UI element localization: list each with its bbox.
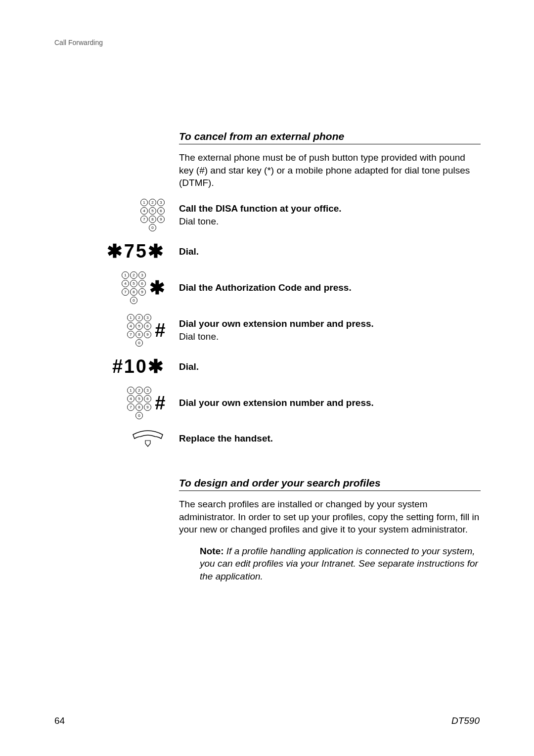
step-replace-handset: Replace the handset. [54,429,481,448]
dial-code: ✱75✱ [107,241,165,262]
step-bold: Dial. [179,245,481,258]
section-title-design-profiles: To design and order your search profiles [179,477,481,491]
hash-icon: # [112,357,124,376]
star-icon: ✱ [107,242,124,261]
step-hash10star: #10✱ Dial. [54,356,481,377]
step-bold: Dial the Authorization Code and press. [179,281,481,294]
keypad-icon: 123 456 789 0 [127,386,152,420]
star-icon: ✱ [149,278,165,297]
step-bold: Dial your own extension number and press… [179,397,481,409]
hash-icon: # [155,321,165,340]
star-icon: ✱ [148,242,165,261]
step-own-ext-2: 123 456 789 0 # Dial your own extension … [54,386,481,420]
page-number: 64 [54,715,65,726]
dial-code: #10✱ [112,356,165,377]
note-block: Note: If a profile handling application … [200,545,481,583]
step-plain: Dial tone. [179,215,481,228]
note-label: Note: [200,546,224,556]
note-body: If a profile handling application is con… [200,546,478,581]
step-disa: 123 456 789 0 Call the DISA function at … [54,198,481,232]
running-header: Call Forwarding [54,39,480,46]
step-bold: Call the DISA function at your office. [179,202,481,215]
keypad-icon: 123 456 789 0 [127,313,152,347]
section1-intro: The external phone must be of push butto… [179,151,481,189]
handset-replace-icon [131,429,165,448]
star-icon: ✱ [148,357,165,376]
step-plain: Dial tone. [179,330,481,343]
section2-intro: The search profiles are installed or cha… [179,498,481,536]
step-own-ext-1: 123 456 789 0 # Dial your own extension … [54,313,481,347]
step-auth-code: 123 456 789 0 ✱ Dial the Authorization C… [54,271,481,305]
step-bold: Dial your own extension number and press… [179,317,481,330]
footer-model: DT590 [451,715,480,726]
step-bold: Dial. [179,360,481,373]
hash-icon: # [155,394,165,412]
step-bold: Replace the handset. [179,432,481,445]
keypad-icon: 123 456 789 0 [121,271,146,305]
keypad-icon: 123 456 789 0 [140,198,165,232]
step-star75star: ✱75✱ Dial. [54,241,481,262]
section-title-cancel-external: To cancel from an external phone [179,131,481,144]
